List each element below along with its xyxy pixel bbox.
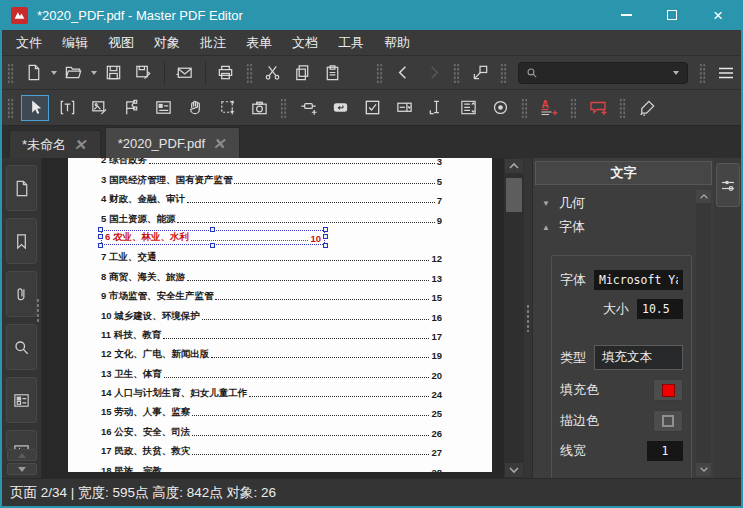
selection-handle[interactable] <box>98 243 103 248</box>
new-document-button[interactable] <box>21 60 47 86</box>
toc-row[interactable]: 17 民政、扶贫、救灾27 <box>101 439 442 458</box>
close-button[interactable]: × <box>695 0 741 30</box>
bookmarks-panel-button[interactable] <box>6 218 37 264</box>
toc-row[interactable]: 11 科技、教育17 <box>101 323 442 342</box>
selection-handle[interactable] <box>98 234 103 239</box>
toc-row-selected[interactable]: 6 农业、林业、水利 10 <box>101 226 442 245</box>
toc-row[interactable]: 8 商贸、海关、旅游13 <box>101 264 442 283</box>
text-object-selection-box[interactable]: 6 农业、林业、水利 10 <box>101 230 325 245</box>
toolbar-drag-handle[interactable] <box>376 63 383 83</box>
forward-button[interactable] <box>420 60 446 86</box>
menu-form[interactable]: 表单 <box>236 31 282 55</box>
save-as-button[interactable] <box>131 60 157 86</box>
toolbar-drag-handle[interactable] <box>280 98 287 118</box>
email-button[interactable] <box>172 60 198 86</box>
select-tool-button[interactable] <box>21 95 49 121</box>
new-document-dropdown[interactable] <box>51 71 57 75</box>
panel-splitter[interactable] <box>524 158 532 478</box>
print-button[interactable] <box>213 60 239 86</box>
document-vertical-scrollbar[interactable] <box>503 158 524 478</box>
menu-tools[interactable]: 工具 <box>328 31 374 55</box>
section-font[interactable]: ▲ 字体 <box>541 215 692 239</box>
signature-panel-button[interactable] <box>6 430 37 449</box>
combobox-tool-button[interactable] <box>390 95 418 121</box>
toolbar-drag-handle[interactable] <box>7 63 14 83</box>
edit-form-tool-button[interactable] <box>149 95 177 121</box>
text-field-tool-button[interactable] <box>422 95 450 121</box>
menu-edit[interactable]: 编辑 <box>52 31 98 55</box>
link-tool-button[interactable] <box>294 95 322 121</box>
toc-row[interactable]: 5 国土资源、能源9 <box>101 206 442 225</box>
menu-help[interactable]: 帮助 <box>374 31 420 55</box>
open-file-button[interactable] <box>61 60 87 86</box>
toc-row[interactable]: 7 工业、交通12 <box>101 245 442 264</box>
type-select[interactable]: 填充文本 <box>594 345 683 370</box>
panel-scroll-down-button[interactable] <box>696 463 711 476</box>
toc-row[interactable]: 18 民族、宗教28 <box>101 458 442 472</box>
sidebar-scroll-up-button[interactable] <box>7 449 37 461</box>
object-properties-tab[interactable] <box>716 163 740 207</box>
checkbox-tool-button[interactable] <box>358 95 386 121</box>
hamburger-menu-button[interactable] <box>713 60 739 86</box>
selection-handle[interactable] <box>210 243 215 248</box>
edit-text-tool-button[interactable] <box>53 95 81 121</box>
toolbar-drag-handle[interactable] <box>570 98 577 118</box>
toolbar-drag-handle[interactable] <box>619 98 626 118</box>
sidebar-resize-grip[interactable] <box>36 298 40 324</box>
back-button[interactable] <box>390 60 416 86</box>
selection-handle[interactable] <box>323 243 328 248</box>
menu-view[interactable]: 视图 <box>98 31 144 55</box>
toc-row[interactable]: 13 卫生、体育20 <box>101 361 442 380</box>
toolbar-drag-handle[interactable] <box>500 63 507 83</box>
save-button[interactable] <box>101 60 127 86</box>
selection-handle[interactable] <box>323 227 328 232</box>
pdf-page[interactable]: 2 综合政务3 3 国民经济管理、国有资产监管5 4 财政、金融、审计7 5 国… <box>68 158 492 472</box>
minimize-button[interactable] <box>603 0 649 30</box>
menu-annotation[interactable]: 批注 <box>190 31 236 55</box>
font-name-input[interactable] <box>594 270 683 290</box>
push-button-tool-button[interactable] <box>326 95 354 121</box>
toolbar-drag-handle[interactable] <box>521 98 528 118</box>
edit-image-tool-button[interactable] <box>85 95 113 121</box>
toolbar-drag-handle[interactable] <box>246 63 253 83</box>
tab-untitled[interactable]: *未命名 ✕ <box>9 130 101 158</box>
scrollbar-thumb[interactable] <box>506 178 522 212</box>
listbox-tool-button[interactable] <box>454 95 482 121</box>
fill-color-swatch[interactable] <box>653 379 683 401</box>
highlighter-pen-tool-button[interactable] <box>633 95 661 121</box>
document-viewport[interactable]: 2 综合政务3 3 国民经济管理、国有资产监管5 4 财政、金融、审计7 5 国… <box>42 158 503 478</box>
toc-row[interactable]: 2 综合政务3 <box>101 158 442 167</box>
menu-file[interactable]: 文件 <box>6 31 52 55</box>
toc-row[interactable]: 4 财政、金融、审计7 <box>101 187 442 206</box>
selection-handle[interactable] <box>210 227 215 232</box>
selection-handle[interactable] <box>323 234 328 239</box>
radio-button-tool-button[interactable] <box>486 95 514 121</box>
toc-row[interactable]: 12 文化、广电、新闻出版19 <box>101 342 442 361</box>
select-area-tool-button[interactable] <box>213 95 241 121</box>
copy-button[interactable] <box>289 60 315 86</box>
search-panel-button[interactable] <box>6 324 37 370</box>
toc-row[interactable]: 3 国民经济管理、国有资产监管5 <box>101 167 442 186</box>
fit-selection-button[interactable] <box>467 60 493 86</box>
edit-path-tool-button[interactable] <box>117 95 145 121</box>
tab-close-icon[interactable]: ✕ <box>73 137 89 152</box>
snapshot-tool-button[interactable] <box>245 95 273 121</box>
toolbar-drag-handle[interactable] <box>453 63 460 83</box>
toc-row[interactable]: 16 公安、安全、司法26 <box>101 419 442 438</box>
cut-button[interactable] <box>260 60 286 86</box>
toolbar-drag-handle[interactable] <box>7 98 14 118</box>
pages-panel-button[interactable] <box>6 165 37 211</box>
selection-handle[interactable] <box>98 227 103 232</box>
menu-object[interactable]: 对象 <box>144 31 190 55</box>
toc-row[interactable]: 14 人口与计划生育、妇女儿童工作24 <box>101 381 442 400</box>
search-input[interactable] <box>539 65 671 81</box>
maximize-button[interactable] <box>649 0 695 30</box>
text-annotation-tool-button[interactable]: A <box>535 95 563 121</box>
hand-tool-button[interactable] <box>181 95 209 121</box>
section-geometry[interactable]: ▼ 几何 <box>541 191 692 215</box>
menu-document[interactable]: 文档 <box>282 31 328 55</box>
attachments-panel-button[interactable] <box>6 271 37 317</box>
font-size-input[interactable] <box>637 299 683 319</box>
tab-close-icon[interactable]: ✕ <box>212 136 228 151</box>
search-dropdown[interactable] <box>673 71 679 75</box>
